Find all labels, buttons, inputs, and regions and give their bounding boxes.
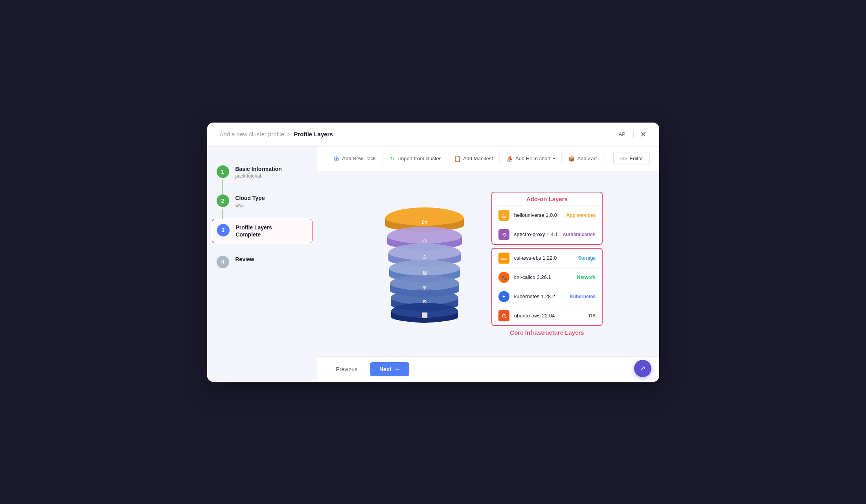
help-fab[interactable]: ↗ (634, 360, 651, 377)
modal-body: 1 Basic Information pack-tutorial- 2 Clo… (207, 147, 659, 382)
hellouniverse-icon: 🗂 (498, 210, 509, 221)
next-arrow-icon: → (394, 366, 400, 372)
modal: Add a new cluster profile > Profile Laye… (207, 123, 659, 382)
manifest-icon: 📋 (454, 155, 461, 162)
ubuntu-type: OS (589, 313, 596, 319)
breadcrumb-parent: Add a new cluster profile (220, 131, 284, 137)
toolbar: ⊕ Add New Pack ↻ Import from cluster 📋 A… (317, 147, 659, 171)
spectro-proxy-type: Authentication (563, 232, 596, 237)
svg-text:🖥: 🖥 (422, 270, 427, 276)
svg-text:⊙: ⊙ (422, 254, 427, 260)
zarf-label: Add Zarf (577, 156, 597, 161)
step-title-3: Profile LayersComplete (236, 224, 307, 238)
import-label: Import from cluster (398, 156, 441, 161)
modal-header: Add a new cluster profile > Profile Laye… (207, 123, 659, 147)
svg-text:🗂: 🗂 (422, 237, 427, 244)
helm-label: Add Helm chart (515, 156, 551, 161)
helm-icon: ⛵ (506, 155, 513, 162)
close-button[interactable]: ✕ (640, 130, 647, 138)
step-subtitle-2: aws (235, 202, 308, 208)
add-pack-icon: ⊕ (333, 155, 340, 162)
helm-chevron-icon: ▾ (553, 156, 555, 161)
calico-type: Network (577, 275, 596, 280)
layer-row-spectro-proxy: ⟲ spectro-proxy 1.4.1 Authentication (492, 225, 602, 244)
step-info-1: Basic Information pack-tutorial- (235, 165, 308, 179)
calico-icon: 🐾 (498, 272, 509, 283)
layers-legend: Add-on Layers 🗂 hellouniverse 1.0.0 App … (491, 192, 603, 336)
add-helm-chart-button[interactable]: ⛵ Add Helm chart ▾ (500, 152, 562, 165)
layer-row-kubernetes: ✦ kubernetes 1.28.2 Kubernetes (492, 287, 602, 306)
import-icon: ↻ (389, 155, 396, 162)
kubernetes-name: kubernetes 1.28.2 (514, 293, 565, 299)
svg-text:⬜: ⬜ (421, 312, 428, 319)
layers-diagram: 🗂 🗂 ⊙ 🖥 (373, 192, 603, 336)
step-info-4: Review (235, 256, 308, 263)
api-link[interactable]: API (619, 131, 627, 137)
step-title-4: Review (235, 256, 308, 263)
main-content: ⊕ Add New Pack ↻ Import from cluster 📋 A… (317, 147, 659, 382)
breadcrumb-current: Profile Layers (294, 131, 333, 137)
add-manifest-button[interactable]: 📋 Add Manifest (447, 152, 500, 165)
zarf-icon: 📦 (568, 155, 575, 162)
hellouniverse-name: hellouniverse 1.0.0 (514, 212, 562, 218)
svg-text:🗂: 🗂 (421, 219, 428, 225)
previous-button[interactable]: Previous (330, 363, 364, 376)
csi-name: csi-aws-ebs 1.22.0 (514, 255, 574, 261)
editor-button[interactable]: </> Editor (613, 152, 650, 165)
addon-header: Add-on Layers (492, 192, 602, 205)
sidebar-item-cloud-type: 2 Cloud Type aws (217, 188, 308, 217)
csi-type: Storage (578, 255, 596, 261)
footer-bar: Previous Next → ↗ (317, 356, 659, 382)
sidebar-item-basic-info: 1 Basic Information pack-tutorial- (217, 159, 308, 188)
calico-name: cni-calico 3.26.1 (514, 274, 572, 280)
step-info-2: Cloud Type aws (235, 194, 308, 208)
layer-row-csi-aws-ebs: aws csi-aws-ebs 1.22.0 Storage (492, 249, 602, 268)
sidebar: 1 Basic Information pack-tutorial- 2 Clo… (207, 147, 317, 382)
stack-svg: 🗂 🗂 ⊙ 🖥 (373, 202, 476, 324)
kubernetes-type: Kubernetes (570, 294, 596, 299)
step-circle-3: 3 (217, 224, 230, 236)
import-from-cluster-button[interactable]: ↻ Import from cluster (382, 152, 447, 165)
sidebar-item-profile-layers: 3 Profile LayersComplete (212, 219, 313, 243)
kubernetes-icon: ✦ (498, 291, 509, 302)
svg-text:aws: aws (501, 257, 507, 260)
step-circle-2: 2 (217, 194, 229, 207)
csi-icon: aws (498, 253, 509, 264)
spectro-proxy-icon: ⟲ (498, 229, 509, 240)
breadcrumb: Add a new cluster profile > Profile Laye… (220, 131, 333, 137)
editor-icon: </> (620, 156, 627, 161)
layer-row-ubuntu: ⊙ ubuntu-aws 22.04 OS (492, 306, 602, 325)
svg-text:⊙: ⊙ (501, 313, 506, 319)
layer-row-cni-calico: 🐾 cni-calico 3.26.1 Network (492, 268, 602, 287)
svg-text:✦: ✦ (502, 293, 506, 300)
core-section: aws csi-aws-ebs 1.22.0 Storage 🐾 cni- (491, 248, 603, 326)
hellouniverse-type: App services (566, 213, 596, 218)
step-circle-1: 1 (217, 165, 229, 178)
svg-text:🐾: 🐾 (501, 275, 507, 280)
add-new-pack-button[interactable]: ⊕ Add New Pack (327, 152, 382, 165)
header-divider (633, 130, 634, 138)
next-button[interactable]: Next → (370, 362, 409, 376)
step-info-3: Profile LayersComplete (236, 224, 307, 238)
breadcrumb-separator: > (287, 131, 291, 137)
stack-visual: 🗂 🗂 ⊙ 🖥 (373, 202, 476, 325)
layer-row-hellouniverse: 🗂 hellouniverse 1.0.0 App services (492, 205, 602, 225)
addon-section: Add-on Layers 🗂 hellouniverse 1.0.0 App … (491, 192, 603, 245)
add-new-pack-label: Add New Pack (342, 156, 376, 161)
manifest-label: Add Manifest (463, 156, 493, 161)
help-icon: ↗ (640, 364, 645, 373)
editor-label: Editor (630, 156, 643, 161)
add-zarf-button[interactable]: 📦 Add Zarf (562, 152, 604, 165)
step-title-2: Cloud Type (235, 194, 308, 202)
content-area: 🗂 🗂 ⊙ 🖥 (317, 171, 659, 356)
core-infra-header: Core Infrastructure Layers (491, 329, 603, 336)
svg-text:⟲: ⟲ (502, 232, 506, 238)
ubuntu-icon: ⊙ (498, 310, 509, 321)
svg-text:🗂: 🗂 (501, 213, 507, 219)
ubuntu-name: ubuntu-aws 22.04 (514, 313, 584, 319)
header-right: API ✕ (619, 130, 647, 138)
sidebar-item-review: 4 Review (217, 245, 308, 275)
spectro-proxy-name: spectro-proxy 1.4.1 (514, 231, 558, 237)
step-title-1: Basic Information (235, 165, 308, 172)
step-subtitle-1: pack-tutorial- (235, 173, 308, 179)
